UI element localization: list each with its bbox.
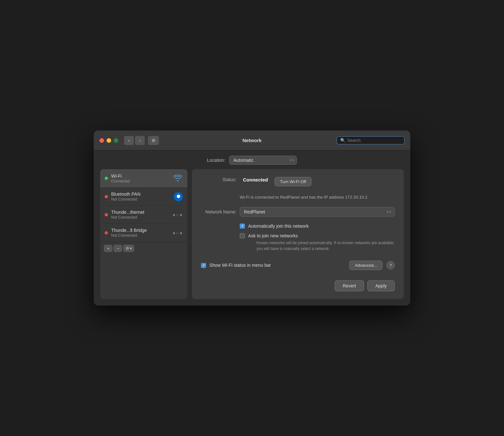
advanced-button[interactable]: Advanced... bbox=[349, 261, 383, 270]
ask-networks-desc: Known networks will be joined automatica… bbox=[257, 240, 395, 252]
auto-join-row: Automatically join this network bbox=[240, 223, 395, 229]
thunderbolt-bridge-name: Thunde...lt Bridge bbox=[111, 228, 169, 233]
maximize-button[interactable] bbox=[114, 138, 118, 143]
network-select-wrapper: RedPlanet bbox=[240, 207, 395, 217]
location-label: Location: bbox=[207, 158, 226, 163]
search-box: 🔍 bbox=[337, 136, 404, 144]
help-button[interactable]: ? bbox=[386, 261, 395, 269]
ask-networks-checkbox[interactable] bbox=[240, 233, 245, 238]
detail-panel: Status: Connected Turn Wi-Fi Off Wi-Fi i… bbox=[192, 169, 404, 299]
back-button[interactable]: ‹ bbox=[124, 136, 134, 145]
wifi-info: Wi-Fi Connected bbox=[111, 173, 169, 183]
status-description: Wi-Fi is connected to RedPlanet and has … bbox=[240, 194, 395, 201]
status-field-label: Status: bbox=[201, 177, 236, 182]
bluetooth-status-dot bbox=[105, 195, 108, 198]
window-title: Network bbox=[242, 138, 261, 143]
network-name-row: Network Name: RedPlanet bbox=[201, 207, 395, 217]
sidebar-list: Wi-Fi Connected bbox=[100, 169, 187, 242]
thunderbolt-ethernet-status: Not Connected bbox=[111, 215, 169, 220]
search-icon: 🔍 bbox=[340, 138, 345, 143]
revert-button[interactable]: Revert bbox=[335, 280, 364, 291]
location-bar: Location: Automatic bbox=[94, 151, 410, 169]
svg-point-0 bbox=[177, 180, 178, 182]
ask-networks-label: Ask to join new networks bbox=[248, 233, 298, 238]
apply-button[interactable]: Apply bbox=[367, 280, 395, 291]
thunderbolt-ethernet-icon: ⬧⋯⬧ bbox=[172, 211, 183, 218]
sidebar-item-wifi[interactable]: Wi-Fi Connected bbox=[100, 169, 187, 188]
action-buttons: Revert Apply bbox=[201, 275, 395, 291]
auto-join-label-group: Automatically join this network bbox=[248, 223, 309, 229]
thunderbolt-bridge-status-dot bbox=[105, 231, 108, 234]
wifi-status: Connected bbox=[111, 179, 169, 183]
search-input[interactable] bbox=[347, 138, 401, 143]
sidebar-footer: + − ⚙ ▾ bbox=[100, 242, 187, 254]
thunderbolt-ethernet-name: Thunde...thernet bbox=[111, 210, 169, 215]
traffic-lights bbox=[100, 138, 118, 143]
ask-networks-row: Ask to join new networks Known networks … bbox=[240, 233, 395, 252]
sidebar-item-thunderbolt-bridge[interactable]: Thunde...lt Bridge Not Connected ⬧⋯⬧ bbox=[100, 224, 187, 242]
auto-join-label: Automatically join this network bbox=[248, 223, 309, 229]
titlebar: ‹ › ⊞ Network 🔍 bbox=[94, 130, 410, 151]
close-button[interactable] bbox=[100, 138, 104, 143]
add-network-button[interactable]: + bbox=[104, 245, 112, 252]
network-sidebar: Wi-Fi Connected bbox=[100, 169, 187, 299]
gear-menu-button[interactable]: ⚙ ▾ bbox=[123, 245, 134, 252]
thunderbolt-ethernet-info: Thunde...thernet Not Connected bbox=[111, 210, 169, 220]
show-menubar-label: Show Wi-Fi status in menu bar bbox=[209, 263, 271, 268]
network-name-label: Network Name: bbox=[201, 209, 236, 214]
wifi-name: Wi-Fi bbox=[111, 173, 169, 179]
remove-network-button[interactable]: − bbox=[114, 245, 122, 252]
location-select[interactable]: Automatic bbox=[229, 156, 297, 165]
minimize-button[interactable] bbox=[107, 138, 111, 143]
auto-join-checkbox[interactable] bbox=[240, 223, 245, 229]
location-select-wrapper: Automatic bbox=[229, 156, 297, 165]
status-value: Connected bbox=[243, 177, 268, 182]
thunderbolt-ethernet-status-dot bbox=[105, 213, 108, 216]
bottom-bar: Show Wi-Fi status in menu bar Advanced..… bbox=[201, 261, 395, 270]
bluetooth-status: Not Connected bbox=[111, 197, 171, 202]
show-menubar-checkbox[interactable] bbox=[201, 263, 206, 268]
thunderbolt-bridge-status: Not Connected bbox=[111, 233, 169, 238]
gear-chevron-icon: ▾ bbox=[130, 246, 132, 251]
turn-wifi-off-button[interactable]: Turn Wi-Fi Off bbox=[275, 177, 312, 186]
status-row: Status: Connected Turn Wi-Fi Off bbox=[201, 177, 395, 186]
thunderbolt-bridge-info: Thunde...lt Bridge Not Connected bbox=[111, 228, 169, 238]
main-content: Wi-Fi Connected bbox=[94, 169, 410, 306]
grid-view-button[interactable]: ⊞ bbox=[148, 136, 159, 145]
bluetooth-icon: ⭓ bbox=[174, 192, 183, 201]
thunderbolt-bridge-icon: ⬧⋯⬧ bbox=[172, 229, 183, 236]
nav-buttons: ‹ › bbox=[124, 136, 145, 145]
wifi-status-dot bbox=[105, 177, 108, 180]
forward-button[interactable]: › bbox=[135, 136, 145, 145]
network-name-select[interactable]: RedPlanet bbox=[240, 207, 395, 217]
wifi-icon bbox=[173, 173, 183, 183]
bluetooth-info: Bluetooth PAN Not Connected bbox=[111, 192, 171, 202]
network-preferences-window: ‹ › ⊞ Network 🔍 Location: Automatic bbox=[94, 130, 410, 306]
sidebar-item-bluetooth-pan[interactable]: Bluetooth PAN Not Connected ⭓ bbox=[100, 188, 187, 206]
ask-networks-label-group: Ask to join new networks Known networks … bbox=[248, 233, 395, 252]
sidebar-item-thunderbolt-ethernet[interactable]: Thunde...thernet Not Connected ⬧⋯⬧ bbox=[100, 206, 187, 224]
bluetooth-name: Bluetooth PAN bbox=[111, 192, 171, 197]
show-menubar-row: Show Wi-Fi status in menu bar bbox=[201, 263, 345, 268]
gear-icon: ⚙ bbox=[126, 246, 129, 251]
